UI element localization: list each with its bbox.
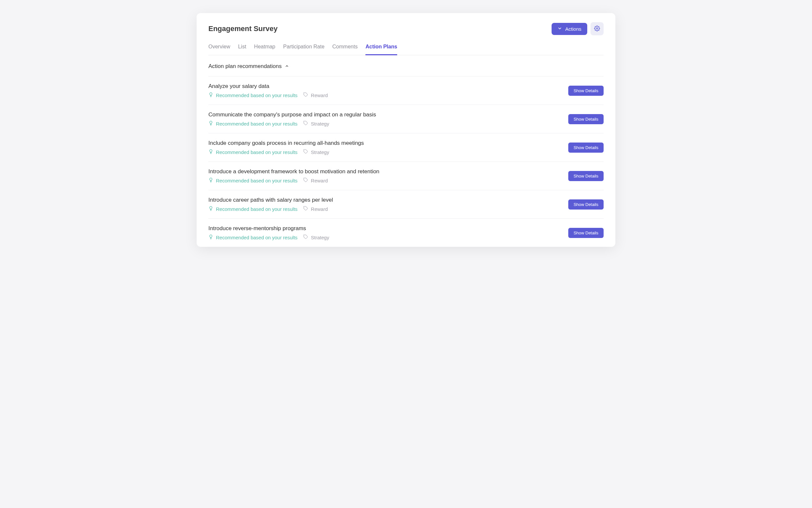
lightbulb-icon (208, 206, 213, 212)
lightbulb-icon (208, 149, 213, 155)
recommendation-basis: Recommended based on your results (216, 121, 297, 127)
lightbulb-icon (208, 177, 213, 183)
recommendation-category: Reward (311, 206, 328, 212)
recommendation-basis: Recommended based on your results (216, 150, 297, 155)
recommendation-meta: Recommended based on your resultsReward (208, 177, 568, 183)
actions-button-label: Actions (565, 26, 581, 32)
tag-icon (300, 235, 308, 240)
show-details-button[interactable]: Show Details (568, 114, 604, 124)
recommendation-title: Analyze your salary data (208, 83, 568, 90)
recommendation-basis: Recommended based on your results (216, 235, 297, 240)
show-details-button[interactable]: Show Details (568, 86, 604, 96)
recommendation-meta: Recommended based on your resultsReward (208, 206, 568, 212)
show-details-button[interactable]: Show Details (568, 142, 604, 153)
recommendation-category: Strategy (311, 235, 329, 240)
gear-icon (594, 26, 600, 32)
recommendation-content: Communicate the company's purpose and im… (208, 112, 568, 127)
lightbulb-icon (208, 92, 213, 98)
recommendation-item: Include company goals process in recurri… (208, 133, 604, 162)
recommendation-title: Communicate the company's purpose and im… (208, 112, 568, 118)
recommendation-category: Reward (311, 92, 328, 98)
recommendation-item: Introduce a development framework to boo… (208, 162, 604, 190)
recommendation-category: Strategy (311, 150, 329, 155)
tab-heatmap[interactable]: Heatmap (254, 41, 275, 55)
section-title: Action plan recommendations (208, 63, 282, 70)
header-actions: Actions (551, 22, 604, 35)
recommendation-basis: Recommended based on your results (216, 92, 297, 98)
recommendation-meta: Recommended based on your resultsStrateg… (208, 149, 568, 155)
page-title: Engagement Survey (208, 25, 278, 33)
recommendation-content: Introduce career paths with salary range… (208, 197, 568, 212)
recommendation-content: Analyze your salary dataRecommended base… (208, 83, 568, 98)
tag-icon (300, 177, 308, 183)
chevron-up-icon (285, 64, 289, 69)
header: Engagement Survey Actions (208, 22, 604, 35)
recommendation-basis: Recommended based on your results (216, 206, 297, 212)
recommendation-title: Introduce career paths with salary range… (208, 197, 568, 203)
recommendation-title: Introduce reverse-mentorship programs (208, 225, 568, 232)
recommendation-content: Introduce reverse-mentorship programsRec… (208, 225, 568, 240)
recommendation-item: Communicate the company's purpose and im… (208, 105, 604, 133)
lightbulb-icon (208, 235, 213, 240)
tag-icon (300, 121, 308, 127)
survey-card: Engagement Survey Actions OverviewListHe… (197, 13, 615, 247)
recommendation-item: Introduce career paths with salary range… (208, 190, 604, 219)
recommendation-item: Analyze your salary dataRecommended base… (208, 77, 604, 105)
recommendation-basis: Recommended based on your results (216, 178, 297, 183)
recommendation-title: Introduce a development framework to boo… (208, 168, 568, 175)
tag-icon (300, 149, 308, 155)
tab-action-plans[interactable]: Action Plans (365, 41, 397, 55)
tag-icon (300, 92, 308, 98)
actions-button[interactable]: Actions (551, 23, 587, 35)
recommendation-content: Include company goals process in recurri… (208, 140, 568, 155)
show-details-button[interactable]: Show Details (568, 200, 604, 210)
tab-overview[interactable]: Overview (208, 41, 230, 55)
recommendation-category: Reward (311, 178, 328, 183)
tab-list[interactable]: List (238, 41, 246, 55)
svg-point-0 (596, 28, 598, 29)
recommendation-title: Include company goals process in recurri… (208, 140, 568, 146)
recommendation-meta: Recommended based on your resultsStrateg… (208, 121, 568, 127)
chevron-down-icon (557, 26, 562, 32)
recommendation-content: Introduce a development framework to boo… (208, 168, 568, 183)
tab-participation-rate[interactable]: Participation Rate (283, 41, 324, 55)
recommendation-meta: Recommended based on your resultsStrateg… (208, 235, 568, 240)
settings-button[interactable] (590, 22, 604, 35)
tag-icon (300, 206, 308, 212)
section-toggle[interactable]: Action plan recommendations (208, 55, 604, 77)
recommendation-list: Analyze your salary dataRecommended base… (208, 77, 604, 247)
recommendation-category: Strategy (311, 121, 329, 127)
tabs: OverviewListHeatmapParticipation RateCom… (208, 41, 604, 55)
recommendation-item: Introduce reverse-mentorship programsRec… (208, 219, 604, 247)
lightbulb-icon (208, 121, 213, 127)
show-details-button[interactable]: Show Details (568, 171, 604, 181)
tab-comments[interactable]: Comments (333, 41, 357, 55)
show-details-button[interactable]: Show Details (568, 228, 604, 238)
recommendation-meta: Recommended based on your resultsReward (208, 92, 568, 98)
